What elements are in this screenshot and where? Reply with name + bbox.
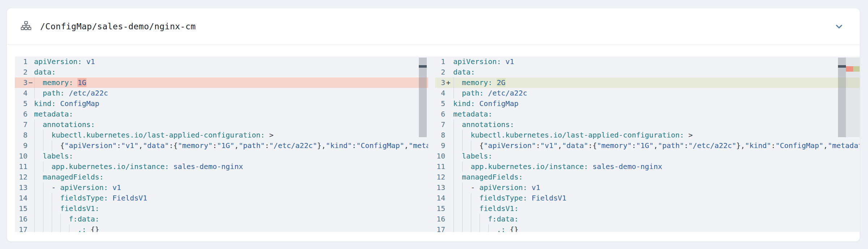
code-line[interactable]: 9 {"apiVersion":"v1","data":{"memory":"1… — [435, 140, 860, 151]
line-number[interactable]: 3 — [435, 77, 445, 88]
code-text: fieldsType: FieldsV1 — [34, 193, 428, 203]
indent-guide — [34, 130, 35, 140]
line-number[interactable]: 16 — [15, 214, 27, 224]
diff-sign — [445, 161, 451, 172]
indent-guide — [462, 182, 463, 193]
line-number[interactable]: 16 — [435, 214, 445, 224]
indent-guide — [52, 193, 52, 203]
line-number[interactable]: 1 — [15, 56, 27, 67]
page: { "header": { "title": "/ConfigMap/sales… — [0, 0, 868, 249]
minimap-overview-ruler[interactable] — [846, 56, 860, 232]
line-number[interactable]: 9 — [435, 140, 445, 151]
line-number[interactable]: 2 — [435, 67, 445, 77]
line-number[interactable]: 4 — [435, 88, 445, 98]
line-number[interactable]: 1 — [435, 56, 445, 67]
code-line[interactable]: 16 f:data: — [435, 214, 860, 224]
code-line[interactable]: 9 {"apiVersion":"v1","data":{"memory":"1… — [15, 140, 428, 151]
code-line[interactable]: 10 labels: — [15, 151, 428, 161]
line-number[interactable]: 14 — [15, 193, 27, 203]
line-number[interactable]: 14 — [435, 193, 445, 203]
code-line[interactable]: 3+ memory: 2G — [435, 77, 860, 88]
right-pane-scrollbar[interactable] — [838, 58, 846, 137]
line-number[interactable]: 7 — [435, 119, 445, 130]
indent-guide — [462, 224, 463, 232]
code-line[interactable]: 8 kubectl.kubernetes.io/last-applied-con… — [15, 130, 428, 140]
line-number[interactable]: 17 — [435, 224, 445, 232]
line-number[interactable]: 12 — [435, 172, 445, 182]
line-number[interactable]: 15 — [15, 203, 27, 214]
code-line[interactable]: 2data: — [435, 67, 860, 77]
code-line[interactable]: 3− memory: 1G — [15, 77, 428, 88]
diff-sign — [445, 56, 451, 67]
left-pane-scrollbar[interactable] — [419, 58, 427, 137]
line-number[interactable]: 4 — [15, 88, 27, 98]
code-line[interactable]: 17 .: {} — [435, 224, 860, 232]
code-line[interactable]: 16 f:data: — [15, 214, 428, 224]
line-number[interactable]: 5 — [435, 98, 445, 109]
line-number[interactable]: 6 — [15, 109, 27, 119]
line-number[interactable]: 12 — [15, 172, 27, 182]
code-text: - apiVersion: v1 — [453, 182, 860, 193]
indent-guide — [462, 203, 463, 214]
code-line[interactable]: 10 labels: — [435, 151, 860, 161]
diff-sign — [27, 130, 34, 140]
code-line[interactable]: 4 path: /etc/a22c — [15, 88, 428, 98]
line-number[interactable]: 11 — [435, 161, 445, 172]
code-text: kubectl.kubernetes.io/last-applied-confi… — [453, 130, 860, 140]
line-number[interactable]: 8 — [15, 130, 27, 140]
line-number[interactable]: 6 — [435, 109, 445, 119]
code-line[interactable]: 4 path: /etc/a22c — [435, 88, 860, 98]
line-number[interactable]: 8 — [435, 130, 445, 140]
indent-guide — [52, 224, 52, 232]
yaml-diff-editor: 1apiVersion: v12data:3− memory: 1G4 path… — [15, 56, 860, 232]
indent-guide — [43, 140, 43, 151]
line-number[interactable]: 9 — [15, 140, 27, 151]
diff-sign — [445, 109, 451, 119]
code-line[interactable]: 15 fieldsV1: — [15, 203, 428, 214]
code-line[interactable]: 14 fieldsType: FieldsV1 — [435, 193, 860, 203]
code-line[interactable]: 5kind: ConfigMap — [435, 98, 860, 109]
code-line[interactable]: 13 - apiVersion: v1 — [435, 182, 860, 193]
line-number[interactable]: 10 — [435, 151, 445, 161]
line-number[interactable]: 13 — [15, 182, 27, 193]
line-number[interactable]: 13 — [435, 182, 445, 193]
line-number[interactable]: 3 — [15, 77, 27, 88]
line-number[interactable]: 17 — [15, 224, 27, 232]
code-line[interactable]: 13 - apiVersion: v1 — [15, 182, 428, 193]
code-line[interactable]: 11 app.kubernetes.io/instance: sales-dem… — [15, 161, 428, 172]
code-line[interactable]: 8 kubectl.kubernetes.io/last-applied-con… — [435, 130, 860, 140]
code-line[interactable]: 1apiVersion: v1 — [435, 56, 860, 67]
code-line[interactable]: 12 managedFields: — [435, 172, 860, 182]
indent-guide — [454, 77, 454, 88]
line-number[interactable]: 15 — [435, 203, 445, 214]
indent-guide — [43, 182, 43, 193]
chevron-down-icon[interactable] — [834, 21, 844, 32]
code-line[interactable]: 1apiVersion: v1 — [15, 56, 428, 67]
code-line[interactable]: 2data: — [15, 67, 428, 77]
diff-pane-original[interactable]: 1apiVersion: v12data:3− memory: 1G4 path… — [15, 56, 428, 232]
line-number[interactable]: 2 — [15, 67, 27, 77]
diff-pane-modified[interactable]: 1apiVersion: v12data:3+ memory: 2G4 path… — [435, 56, 860, 232]
code-line[interactable]: 6metadata: — [15, 109, 428, 119]
code-line[interactable]: 15 fieldsV1: — [435, 203, 860, 214]
code-text: annotations: — [34, 119, 428, 130]
indent-guide — [52, 214, 52, 224]
code-line[interactable]: 7 annotations: — [15, 119, 428, 130]
code-line[interactable]: 12 managedFields: — [15, 172, 428, 182]
line-number[interactable]: 11 — [15, 161, 27, 172]
code-line[interactable]: 5kind: ConfigMap — [15, 98, 428, 109]
indent-guide — [454, 88, 454, 98]
code-line[interactable]: 6metadata: — [435, 109, 860, 119]
line-number[interactable]: 5 — [15, 98, 27, 109]
indent-guide — [480, 214, 480, 224]
indent-guide — [471, 140, 471, 151]
code-line[interactable]: 17 .: {} — [15, 224, 428, 232]
code-line[interactable]: 11 app.kubernetes.io/instance: sales-dem… — [435, 161, 860, 172]
code-line[interactable]: 14 fieldsType: FieldsV1 — [15, 193, 428, 203]
code-line[interactable]: 7 annotations: — [435, 119, 860, 130]
diff-sign — [27, 109, 34, 119]
line-number[interactable]: 10 — [15, 151, 27, 161]
indent-guide — [69, 224, 69, 232]
line-number[interactable]: 7 — [15, 119, 27, 130]
code-text: fieldsType: FieldsV1 — [453, 193, 860, 203]
